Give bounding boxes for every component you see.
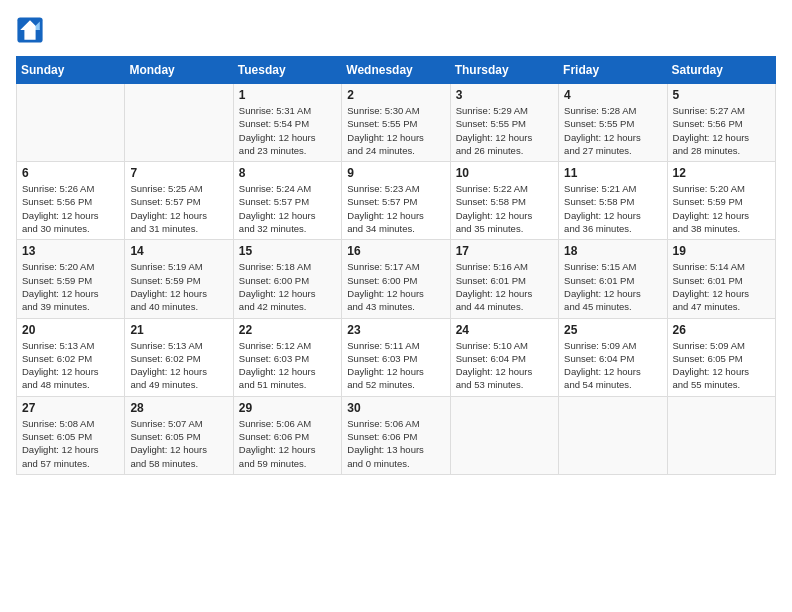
weekday-header-friday: Friday (559, 57, 667, 84)
day-info: Sunrise: 5:28 AM Sunset: 5:55 PM Dayligh… (564, 104, 661, 157)
week-row-2: 6Sunrise: 5:26 AM Sunset: 5:56 PM Daylig… (17, 162, 776, 240)
day-cell: 2Sunrise: 5:30 AM Sunset: 5:55 PM Daylig… (342, 84, 450, 162)
day-cell: 28Sunrise: 5:07 AM Sunset: 6:05 PM Dayli… (125, 396, 233, 474)
day-cell: 11Sunrise: 5:21 AM Sunset: 5:58 PM Dayli… (559, 162, 667, 240)
day-number: 14 (130, 244, 227, 258)
day-number: 1 (239, 88, 336, 102)
day-number: 2 (347, 88, 444, 102)
day-number: 22 (239, 323, 336, 337)
day-info: Sunrise: 5:24 AM Sunset: 5:57 PM Dayligh… (239, 182, 336, 235)
day-info: Sunrise: 5:31 AM Sunset: 5:54 PM Dayligh… (239, 104, 336, 157)
weekday-header-monday: Monday (125, 57, 233, 84)
day-cell: 30Sunrise: 5:06 AM Sunset: 6:06 PM Dayli… (342, 396, 450, 474)
day-cell: 3Sunrise: 5:29 AM Sunset: 5:55 PM Daylig… (450, 84, 558, 162)
day-info: Sunrise: 5:20 AM Sunset: 5:59 PM Dayligh… (673, 182, 770, 235)
calendar-table: SundayMondayTuesdayWednesdayThursdayFrid… (16, 56, 776, 475)
day-cell: 17Sunrise: 5:16 AM Sunset: 6:01 PM Dayli… (450, 240, 558, 318)
day-info: Sunrise: 5:20 AM Sunset: 5:59 PM Dayligh… (22, 260, 119, 313)
header (16, 16, 776, 44)
weekday-header-thursday: Thursday (450, 57, 558, 84)
day-cell: 10Sunrise: 5:22 AM Sunset: 5:58 PM Dayli… (450, 162, 558, 240)
day-number: 12 (673, 166, 770, 180)
day-cell: 12Sunrise: 5:20 AM Sunset: 5:59 PM Dayli… (667, 162, 775, 240)
day-cell: 19Sunrise: 5:14 AM Sunset: 6:01 PM Dayli… (667, 240, 775, 318)
week-row-4: 20Sunrise: 5:13 AM Sunset: 6:02 PM Dayli… (17, 318, 776, 396)
day-number: 19 (673, 244, 770, 258)
day-info: Sunrise: 5:14 AM Sunset: 6:01 PM Dayligh… (673, 260, 770, 313)
day-number: 18 (564, 244, 661, 258)
day-cell: 21Sunrise: 5:13 AM Sunset: 6:02 PM Dayli… (125, 318, 233, 396)
day-info: Sunrise: 5:23 AM Sunset: 5:57 PM Dayligh… (347, 182, 444, 235)
logo-icon (16, 16, 44, 44)
day-info: Sunrise: 5:09 AM Sunset: 6:05 PM Dayligh… (673, 339, 770, 392)
day-number: 21 (130, 323, 227, 337)
day-number: 23 (347, 323, 444, 337)
day-info: Sunrise: 5:21 AM Sunset: 5:58 PM Dayligh… (564, 182, 661, 235)
day-info: Sunrise: 5:27 AM Sunset: 5:56 PM Dayligh… (673, 104, 770, 157)
day-info: Sunrise: 5:25 AM Sunset: 5:57 PM Dayligh… (130, 182, 227, 235)
day-number: 26 (673, 323, 770, 337)
weekday-header-tuesday: Tuesday (233, 57, 341, 84)
day-info: Sunrise: 5:08 AM Sunset: 6:05 PM Dayligh… (22, 417, 119, 470)
day-info: Sunrise: 5:18 AM Sunset: 6:00 PM Dayligh… (239, 260, 336, 313)
week-row-3: 13Sunrise: 5:20 AM Sunset: 5:59 PM Dayli… (17, 240, 776, 318)
day-number: 24 (456, 323, 553, 337)
day-info: Sunrise: 5:22 AM Sunset: 5:58 PM Dayligh… (456, 182, 553, 235)
day-number: 3 (456, 88, 553, 102)
day-info: Sunrise: 5:07 AM Sunset: 6:05 PM Dayligh… (130, 417, 227, 470)
day-number: 15 (239, 244, 336, 258)
day-number: 27 (22, 401, 119, 415)
day-info: Sunrise: 5:09 AM Sunset: 6:04 PM Dayligh… (564, 339, 661, 392)
weekday-header-wednesday: Wednesday (342, 57, 450, 84)
weekday-header-saturday: Saturday (667, 57, 775, 84)
day-number: 8 (239, 166, 336, 180)
day-cell: 22Sunrise: 5:12 AM Sunset: 6:03 PM Dayli… (233, 318, 341, 396)
day-cell: 8Sunrise: 5:24 AM Sunset: 5:57 PM Daylig… (233, 162, 341, 240)
day-number: 4 (564, 88, 661, 102)
logo (16, 16, 48, 44)
day-info: Sunrise: 5:11 AM Sunset: 6:03 PM Dayligh… (347, 339, 444, 392)
day-cell (450, 396, 558, 474)
day-cell: 13Sunrise: 5:20 AM Sunset: 5:59 PM Dayli… (17, 240, 125, 318)
day-cell: 20Sunrise: 5:13 AM Sunset: 6:02 PM Dayli… (17, 318, 125, 396)
day-info: Sunrise: 5:19 AM Sunset: 5:59 PM Dayligh… (130, 260, 227, 313)
day-number: 30 (347, 401, 444, 415)
day-number: 17 (456, 244, 553, 258)
day-cell: 27Sunrise: 5:08 AM Sunset: 6:05 PM Dayli… (17, 396, 125, 474)
day-number: 29 (239, 401, 336, 415)
day-cell: 23Sunrise: 5:11 AM Sunset: 6:03 PM Dayli… (342, 318, 450, 396)
day-cell: 6Sunrise: 5:26 AM Sunset: 5:56 PM Daylig… (17, 162, 125, 240)
day-cell (125, 84, 233, 162)
day-number: 16 (347, 244, 444, 258)
day-info: Sunrise: 5:29 AM Sunset: 5:55 PM Dayligh… (456, 104, 553, 157)
day-cell: 1Sunrise: 5:31 AM Sunset: 5:54 PM Daylig… (233, 84, 341, 162)
weekday-header-row: SundayMondayTuesdayWednesdayThursdayFrid… (17, 57, 776, 84)
day-cell: 25Sunrise: 5:09 AM Sunset: 6:04 PM Dayli… (559, 318, 667, 396)
week-row-1: 1Sunrise: 5:31 AM Sunset: 5:54 PM Daylig… (17, 84, 776, 162)
day-cell: 5Sunrise: 5:27 AM Sunset: 5:56 PM Daylig… (667, 84, 775, 162)
day-info: Sunrise: 5:15 AM Sunset: 6:01 PM Dayligh… (564, 260, 661, 313)
day-info: Sunrise: 5:06 AM Sunset: 6:06 PM Dayligh… (347, 417, 444, 470)
day-number: 13 (22, 244, 119, 258)
day-info: Sunrise: 5:30 AM Sunset: 5:55 PM Dayligh… (347, 104, 444, 157)
day-number: 11 (564, 166, 661, 180)
day-cell: 26Sunrise: 5:09 AM Sunset: 6:05 PM Dayli… (667, 318, 775, 396)
day-number: 5 (673, 88, 770, 102)
day-number: 28 (130, 401, 227, 415)
day-cell (17, 84, 125, 162)
day-info: Sunrise: 5:17 AM Sunset: 6:00 PM Dayligh… (347, 260, 444, 313)
day-number: 20 (22, 323, 119, 337)
day-cell: 4Sunrise: 5:28 AM Sunset: 5:55 PM Daylig… (559, 84, 667, 162)
day-info: Sunrise: 5:26 AM Sunset: 5:56 PM Dayligh… (22, 182, 119, 235)
day-number: 6 (22, 166, 119, 180)
day-number: 7 (130, 166, 227, 180)
day-cell: 16Sunrise: 5:17 AM Sunset: 6:00 PM Dayli… (342, 240, 450, 318)
week-row-5: 27Sunrise: 5:08 AM Sunset: 6:05 PM Dayli… (17, 396, 776, 474)
day-cell: 15Sunrise: 5:18 AM Sunset: 6:00 PM Dayli… (233, 240, 341, 318)
day-info: Sunrise: 5:13 AM Sunset: 6:02 PM Dayligh… (22, 339, 119, 392)
day-number: 9 (347, 166, 444, 180)
day-cell (667, 396, 775, 474)
day-cell: 29Sunrise: 5:06 AM Sunset: 6:06 PM Dayli… (233, 396, 341, 474)
day-cell: 18Sunrise: 5:15 AM Sunset: 6:01 PM Dayli… (559, 240, 667, 318)
day-cell: 24Sunrise: 5:10 AM Sunset: 6:04 PM Dayli… (450, 318, 558, 396)
